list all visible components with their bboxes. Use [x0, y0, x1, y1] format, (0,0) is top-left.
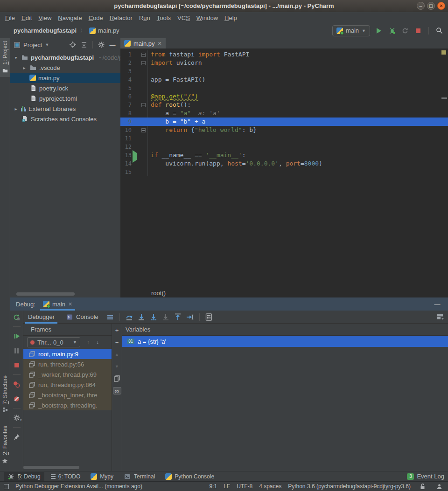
menu-help[interactable]: Help — [221, 14, 240, 22]
fold-marker-icon[interactable] — [141, 128, 146, 132]
menu-run[interactable]: Run — [136, 14, 154, 22]
menu-view[interactable]: View — [35, 14, 55, 22]
menu-refactor[interactable]: Refactor — [106, 14, 136, 22]
show-watches-button[interactable]: ∞ — [113, 387, 121, 394]
code-line-15[interactable]: 15 — [120, 168, 448, 176]
code-line-2[interactable]: 2 import uvicorn — [120, 59, 448, 67]
maximize-button[interactable]: ◻ — [427, 2, 435, 10]
unlocked-button[interactable] — [417, 481, 427, 491]
remove-watch-button[interactable]: − — [113, 339, 121, 346]
tool-window-button-5-debug[interactable]: 5: Debug — [4, 472, 44, 481]
search-everywhere-button[interactable] — [434, 26, 444, 36]
frames-horizontal-scrollbar[interactable] — [23, 466, 79, 469]
tree-item-scratches-and-consoles[interactable]: Scratches and Consoles — [10, 114, 120, 124]
view-options-button[interactable] — [105, 312, 115, 322]
status-widget[interactable]: LF — [224, 483, 230, 490]
step-out-button[interactable] — [173, 312, 183, 322]
menu-file[interactable]: File — [2, 14, 18, 22]
step-into-button[interactable] — [136, 312, 147, 322]
menu-tools[interactable]: Tools — [154, 14, 174, 22]
close-session-icon[interactable]: ✕ — [68, 301, 72, 307]
tool-window-button-python-console[interactable]: Python Console — [161, 472, 218, 481]
debug-settings-button[interactable] — [417, 299, 427, 309]
code-line-7[interactable]: 7 def root(): — [120, 101, 448, 109]
stack-frame[interactable]: _worker, thread.py:69 — [23, 369, 112, 380]
fold-marker-icon[interactable] — [141, 61, 146, 65]
breadcrumb-project[interactable]: pycharmdebugfastapi — [14, 27, 77, 34]
stop-button[interactable] — [413, 26, 423, 36]
locate-button[interactable] — [68, 40, 78, 50]
tree-toggle-icon[interactable]: ▾ — [13, 55, 19, 60]
tool-window-button-1-project[interactable]: 1: Project — [0, 38, 10, 77]
inspection-status-icon[interactable] — [441, 50, 446, 55]
status-widget[interactable]: Python 3.6 (pycharmdebugfastapi-9cdjtyrg… — [288, 483, 411, 490]
close-tab-icon[interactable]: ✕ — [158, 41, 162, 47]
tree-item-pyproject-toml[interactable]: pyproject.toml — [10, 93, 120, 104]
inspections-profile-button[interactable] — [434, 481, 444, 491]
code-line-11[interactable]: 11 — [120, 134, 448, 143]
code-line-3[interactable]: 3 — [120, 67, 448, 76]
menu-code[interactable]: Code — [85, 14, 106, 22]
tool-window-button-mypy[interactable]: Mypy — [87, 472, 117, 481]
stack-frame[interactable]: root, main.py:9 — [23, 349, 112, 359]
run-button[interactable] — [374, 26, 384, 36]
code-line-4[interactable]: 4 app = FastAPI() — [120, 76, 448, 84]
tool-window-toggle-icon[interactable] — [4, 484, 9, 489]
step-into-my-code-button[interactable] — [148, 312, 159, 322]
tool-window-button-terminal[interactable]: Terminal — [120, 472, 159, 481]
stack-frame[interactable]: _bootstrap_inner, thre — [23, 390, 112, 400]
gear-button[interactable] — [96, 40, 106, 50]
menu-edit[interactable]: Edit — [18, 14, 35, 22]
code-line-12[interactable]: 12 — [120, 143, 448, 151]
tree-item-poetry-lock[interactable]: poetry.lock — [10, 83, 120, 93]
fold-marker-icon[interactable] — [141, 103, 146, 107]
code-line-6[interactable]: 6 @app.get("/") — [120, 92, 448, 101]
tree-toggle-icon[interactable]: ▸ — [13, 106, 19, 111]
collapse-all-button[interactable] — [79, 40, 89, 50]
thread-select[interactable]: Thr...-0_0 ▼ — [27, 337, 80, 347]
code-line-8[interactable]: 8 a = "a" a: 'a' — [120, 109, 448, 118]
editor-tab-main-py[interactable]: main.py ✕ — [120, 38, 166, 48]
code-line-1[interactable]: 1 from fastapi import FastAPI — [120, 50, 448, 59]
run-to-cursor-button[interactable] — [185, 312, 195, 322]
status-widget[interactable]: 4 spaces — [259, 483, 281, 490]
code-line-5[interactable]: 5 — [120, 84, 448, 92]
editor-breadcrumb[interactable]: root() — [151, 290, 166, 297]
minimize-button[interactable]: – — [417, 2, 425, 10]
code-line-14[interactable]: 14 uvicorn.run(app, host='0.0.0.0', port… — [120, 159, 448, 168]
tree-item-vscode[interactable]: ▸ .vscode — [10, 62, 120, 73]
step-over-button[interactable] — [124, 312, 134, 322]
tab-debugger[interactable]: Debugger — [23, 311, 59, 324]
tool-window-button-6-todo[interactable]: 6: TODO — [47, 472, 84, 481]
menu-navigate[interactable]: Navigate — [55, 14, 85, 22]
tree-item-external-libraries[interactable]: ▸ External Libraries — [10, 104, 120, 114]
status-widget[interactable]: 9:1 — [209, 483, 217, 490]
add-watch-button[interactable]: + — [113, 326, 121, 334]
status-widget[interactable]: UTF-8 — [237, 483, 252, 490]
breakpoint-icon[interactable] — [133, 119, 138, 124]
code-line-13[interactable]: 13 if __name__ == '__main__': — [120, 151, 448, 159]
tool-window-button-event-log[interactable]: 3 Event Log — [407, 473, 444, 480]
move-watch-down-button[interactable]: ▼ — [113, 363, 121, 370]
tool-window-button-7-structure[interactable]: 7: Structure — [0, 373, 10, 416]
rerun-debug-button[interactable] — [12, 312, 22, 322]
debug-button[interactable] — [387, 26, 397, 36]
close-button[interactable]: × — [437, 2, 445, 10]
menu-vcs[interactable]: VCS — [174, 14, 193, 22]
project-panel-title[interactable]: Project — [23, 41, 42, 48]
title-bar[interactable]: pycharmdebugfastapi [~/code/pycharmdebug… — [0, 0, 448, 12]
next-frame-button[interactable]: ↓ — [96, 339, 99, 346]
tab-console[interactable]: Console — [61, 311, 103, 324]
run-gutter-icon[interactable] — [133, 152, 138, 158]
variable-row[interactable]: 01 a = {str} 'a' — [122, 336, 448, 347]
duplicate-watch-button[interactable] — [113, 375, 121, 382]
chevron-down-icon[interactable]: ▼ — [45, 42, 49, 47]
previous-frame-button[interactable]: ↑ — [87, 339, 90, 346]
project-horizontal-scrollbar[interactable] — [16, 292, 75, 296]
fold-marker-icon[interactable] — [141, 53, 146, 57]
stack-frame[interactable]: run, thread.py:56 — [23, 359, 112, 369]
scrollbar-warning-mark[interactable] — [441, 97, 447, 99]
tool-window-button-2-favorites[interactable]: 2: Favorites — [0, 423, 10, 467]
force-step-into-button[interactable] — [161, 312, 171, 322]
run-config-select[interactable]: main ▼ — [332, 25, 370, 36]
